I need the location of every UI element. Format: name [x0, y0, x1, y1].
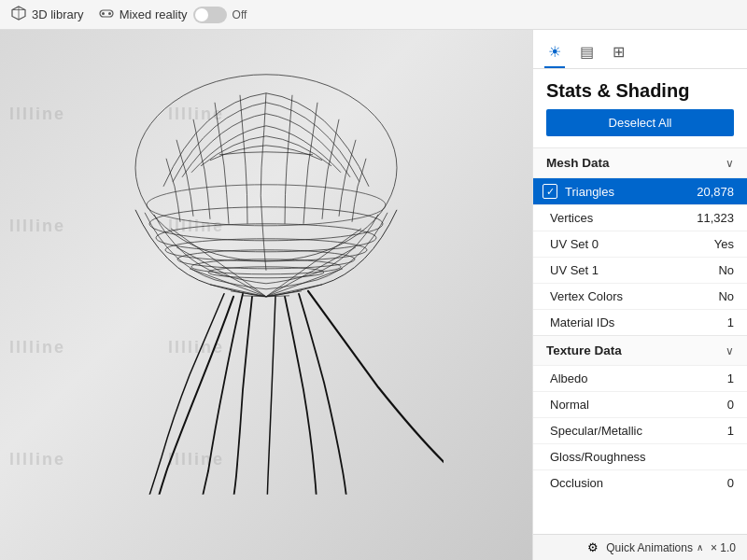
mesh-data-chevron: ∨: [726, 157, 734, 170]
jellyfish-model: [89, 47, 444, 498]
tab-sun[interactable]: ☀: [544, 37, 565, 68]
uvset1-label: UV Set 1: [550, 263, 718, 277]
triangles-label: Triangles: [565, 185, 697, 199]
gloss-roughness-label: Gloss/Roughness: [550, 450, 734, 464]
chevron-up-icon: ∧: [697, 542, 703, 553]
vertices-value: 11,323: [697, 211, 734, 225]
albedo-label: Albedo: [550, 371, 727, 385]
main-content: lllline lllline lllline lllline lllline …: [0, 30, 747, 560]
panel-title: Stats & Shading: [533, 69, 747, 109]
vertex-colors-label: Vertex Colors: [550, 289, 718, 303]
vertex-colors-row: Vertex Colors No: [533, 283, 747, 309]
mesh-data-title: Mesh Data: [546, 156, 610, 170]
svg-point-4: [102, 12, 105, 15]
triangles-checkbox[interactable]: ✓: [543, 184, 557, 199]
texture-data-title: Texture Data: [546, 343, 622, 357]
vertex-colors-value: No: [718, 289, 734, 303]
animations-icon: ⚙: [587, 540, 599, 554]
right-panel: ☀ ▤ ⊞ Stats & Shading Deselect All Mesh …: [532, 30, 747, 560]
3d-library-label: 3D library: [32, 7, 84, 21]
texture-data-chevron: ∨: [726, 344, 734, 357]
watermark: lllline: [9, 105, 65, 124]
triangles-value: 20,878: [697, 185, 734, 199]
tab-stats[interactable]: ▤: [576, 37, 598, 68]
occlusion-value: 0: [727, 476, 734, 490]
cube-icon: [11, 6, 26, 23]
gloss-roughness-row: Gloss/Roughness: [533, 443, 747, 469]
vertices-row: Vertices 11,323: [533, 204, 747, 231]
watermark: lllline: [9, 217, 65, 236]
topbar: 3D library Mixed reality Off: [0, 0, 747, 30]
occlusion-label: Occlusion: [550, 476, 727, 490]
panel-body: Stats & Shading Deselect All Mesh Data ∨…: [533, 69, 747, 534]
watermark: lllline: [9, 450, 65, 469]
quick-animations-label: Quick Animations: [606, 541, 693, 554]
material-ids-label: Material IDs: [550, 315, 727, 329]
mixed-reality-label: Mixed reality: [120, 7, 188, 21]
albedo-row: Albedo 1: [533, 365, 747, 391]
3d-library-button[interactable]: 3D library: [11, 6, 84, 23]
uvset1-value: No: [718, 263, 734, 277]
viewport[interactable]: lllline lllline lllline lllline lllline …: [0, 30, 532, 560]
bottom-bar: ⚙ Quick Animations ∧ × 1.0: [533, 534, 747, 560]
normal-value: 0: [727, 398, 734, 412]
normal-row: Normal 0: [533, 391, 747, 417]
texture-data-section-header[interactable]: Texture Data ∨: [533, 335, 747, 365]
uvset0-label: UV Set 0: [550, 237, 714, 251]
toggle-off-label: Off: [233, 8, 247, 21]
mesh-data-section-header[interactable]: Mesh Data ∨: [533, 147, 747, 177]
triangles-row[interactable]: ✓ Triangles 20,878: [533, 177, 747, 204]
tab-grid[interactable]: ⊞: [609, 37, 628, 68]
mixed-reality-icon: [99, 6, 114, 23]
uvset1-row: UV Set 1 No: [533, 257, 747, 283]
normal-label: Normal: [550, 398, 727, 412]
specular-metallic-label: Specular/Metallic: [550, 424, 727, 438]
vertices-label: Vertices: [550, 211, 697, 225]
occlusion-row: Occlusion 0: [533, 469, 747, 496]
multiplier-value[interactable]: × 1.0: [711, 541, 736, 554]
mixed-reality-switch[interactable]: [193, 7, 227, 23]
svg-point-7: [147, 185, 386, 226]
uvset0-value: Yes: [714, 237, 734, 251]
panel-tabs: ☀ ▤ ⊞: [533, 30, 747, 69]
quick-animations-button[interactable]: Quick Animations ∧: [606, 541, 703, 554]
deselect-all-button[interactable]: Deselect All: [546, 109, 734, 136]
specular-metallic-row: Specular/Metallic 1: [533, 417, 747, 443]
uvset0-row: UV Set 0 Yes: [533, 231, 747, 257]
svg-point-5: [108, 12, 111, 15]
svg-point-9: [156, 224, 376, 252]
albedo-value: 1: [727, 371, 734, 385]
specular-metallic-value: 1: [727, 424, 734, 438]
material-ids-row: Material IDs 1: [533, 309, 747, 335]
watermark: lllline: [9, 338, 65, 357]
mixed-reality-toggle[interactable]: Mixed reality Off: [99, 6, 247, 23]
toggle-knob: [195, 8, 208, 21]
material-ids-value: 1: [727, 315, 734, 329]
